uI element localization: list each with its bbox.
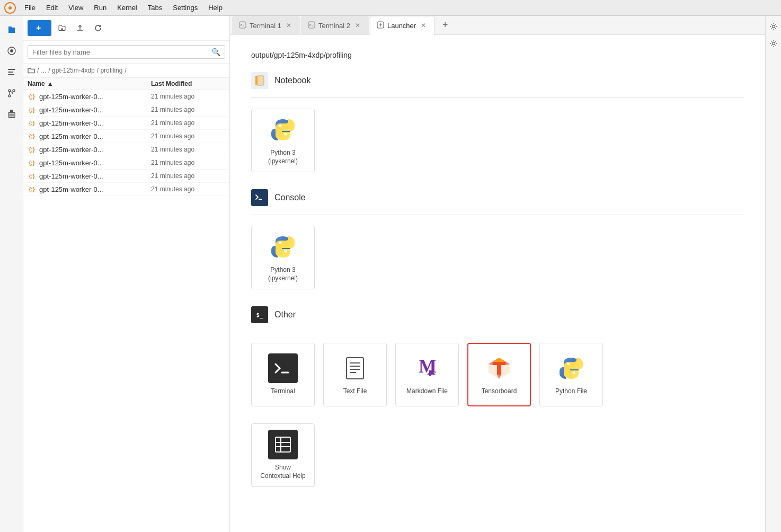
- tab-launcher-label: Launcher: [387, 22, 416, 30]
- tab-terminal1[interactable]: Terminal 1 ✕: [232, 16, 300, 35]
- other-extra-cards: ShowContextual Help: [251, 423, 744, 487]
- breadcrumb-folder2[interactable]: / profiling: [97, 67, 123, 74]
- menu-tabs[interactable]: Tabs: [144, 3, 166, 13]
- markdown-card[interactable]: M Markdown File: [395, 343, 459, 406]
- tab-bar: Terminal 1 ✕ Terminal 2 ✕ Launcher ✕ +: [230, 16, 765, 35]
- console-python3-label: Python 3(ipykernel): [268, 266, 298, 282]
- column-name[interactable]: Name ▲: [28, 80, 151, 87]
- svg-rect-4: [8, 69, 15, 70]
- notebook-section-header: Notebook: [251, 72, 744, 89]
- new-button[interactable]: +: [28, 20, 51, 36]
- file-row[interactable]: {;} gpt-125m-worker-0... 21 minutes ago: [23, 170, 229, 183]
- console-section-header: Console: [251, 189, 744, 206]
- right-settings2-icon[interactable]: [767, 37, 780, 50]
- console-divider: [251, 215, 744, 215]
- files-icon[interactable]: [2, 20, 21, 39]
- svg-point-32: [573, 371, 575, 374]
- upload-button[interactable]: [73, 21, 87, 36]
- notebook-divider: [251, 97, 744, 98]
- sidebar: + 🔍: [23, 16, 230, 532]
- breadcrumb-ellipsis[interactable]: ...: [41, 67, 46, 74]
- menu-file[interactable]: File: [20, 3, 40, 13]
- file-row[interactable]: {;} gpt-125m-worker-0... 21 minutes ago: [23, 183, 229, 196]
- notebook-python3-card[interactable]: Python 3(ipykernel): [251, 109, 315, 172]
- settings-icon[interactable]: [767, 20, 780, 33]
- markdown-label: Markdown File: [406, 387, 448, 396]
- menu-run[interactable]: Run: [90, 3, 111, 13]
- file-icon: {;}: [28, 105, 36, 114]
- extensions-icon[interactable]: [2, 105, 21, 124]
- file-modified: 21 minutes ago: [151, 159, 225, 166]
- menu-view[interactable]: View: [64, 3, 87, 13]
- menu-settings[interactable]: Settings: [168, 3, 202, 13]
- menu-kernel[interactable]: Kernel: [113, 3, 141, 13]
- file-name: gpt-125m-worker-0...: [39, 106, 151, 114]
- file-row[interactable]: {;} gpt-125m-worker-0... 21 minutes ago: [23, 90, 229, 103]
- file-row[interactable]: {;} gpt-125m-worker-0... 21 minutes ago: [23, 143, 229, 156]
- file-name: gpt-125m-worker-0...: [39, 146, 151, 154]
- tab-launcher-close[interactable]: ✕: [419, 21, 428, 30]
- terminal2-icon: [308, 21, 315, 30]
- file-name: gpt-125m-worker-0...: [39, 93, 151, 101]
- icon-rail: [0, 16, 23, 532]
- tab-add-button[interactable]: +: [438, 18, 452, 33]
- other-section-title: Other: [274, 310, 296, 320]
- pythonfile-card[interactable]: Python File: [539, 343, 603, 406]
- folder-icon: [28, 67, 35, 74]
- markdown-icon: M: [412, 353, 442, 383]
- contextual-help-label: ShowContextual Help: [260, 464, 305, 480]
- textfile-icon: [340, 353, 370, 383]
- svg-rect-6: [8, 74, 14, 75]
- tab-terminal2-label: Terminal 2: [318, 22, 350, 30]
- breadcrumb-folder1[interactable]: / gpt-125m-4xdp: [48, 67, 94, 74]
- tensorboard-card[interactable]: Tensorboard: [467, 343, 531, 406]
- svg-point-19: [285, 133, 287, 136]
- menu-bar: File Edit View Run Kernel Tabs Settings …: [0, 0, 781, 16]
- terminal-card[interactable]: Terminal: [251, 343, 315, 406]
- search-container: 🔍: [23, 41, 229, 64]
- svg-point-21: [285, 250, 287, 253]
- tab-terminal2[interactable]: Terminal 2 ✕: [301, 16, 369, 35]
- menu-edit[interactable]: Edit: [42, 3, 62, 13]
- file-row[interactable]: {;} gpt-125m-worker-0... 21 minutes ago: [23, 117, 229, 130]
- file-icon: {;}: [28, 92, 36, 101]
- terminal-icon: [268, 353, 298, 383]
- search-box: 🔍: [28, 45, 225, 59]
- svg-point-37: [772, 25, 775, 28]
- file-row[interactable]: {;} gpt-125m-worker-0... 21 minutes ago: [23, 156, 229, 170]
- svg-rect-5: [8, 72, 13, 73]
- textfile-card[interactable]: Text File: [323, 343, 387, 406]
- plus-icon: +: [36, 23, 41, 33]
- file-list: {;} gpt-125m-worker-0... 21 minutes ago …: [23, 90, 229, 532]
- tab-launcher[interactable]: Launcher ✕: [370, 16, 434, 35]
- search-input[interactable]: [32, 48, 211, 56]
- refresh-button[interactable]: [91, 21, 105, 36]
- tab-terminal2-close[interactable]: ✕: [353, 21, 362, 30]
- tab-terminal1-label: Terminal 1: [250, 22, 281, 30]
- content-area: Terminal 1 ✕ Terminal 2 ✕ Launcher ✕ +: [230, 16, 765, 532]
- svg-rect-29: [429, 370, 431, 376]
- sort-icon: ▲: [47, 80, 54, 87]
- tab-terminal1-close[interactable]: ✕: [285, 21, 293, 30]
- svg-point-20: [279, 242, 282, 244]
- running-icon[interactable]: [2, 41, 21, 60]
- console-python3-card[interactable]: Python 3(ipykernel): [251, 226, 315, 289]
- git-icon[interactable]: [2, 84, 21, 103]
- menu-help[interactable]: Help: [204, 3, 227, 13]
- breadcrumb: / ... / gpt-125m-4xdp / profiling /: [23, 64, 229, 78]
- column-modified[interactable]: Last Modified: [151, 80, 225, 87]
- right-panel: [765, 16, 781, 532]
- file-modified: 21 minutes ago: [151, 119, 225, 127]
- search-icon: 🔍: [211, 48, 220, 56]
- file-icon: {;}: [28, 185, 36, 193]
- file-modified: 21 minutes ago: [151, 146, 225, 153]
- toc-icon[interactable]: [2, 63, 21, 82]
- launcher-tab-icon: [377, 21, 384, 30]
- notebook-section-title: Notebook: [274, 76, 311, 85]
- breadcrumb-root[interactable]: /: [37, 67, 39, 74]
- contextual-help-card[interactable]: ShowContextual Help: [251, 423, 315, 487]
- file-row[interactable]: {;} gpt-125m-worker-0... 21 minutes ago: [23, 103, 229, 117]
- new-folder-button[interactable]: [55, 21, 69, 36]
- file-row[interactable]: {;} gpt-125m-worker-0... 21 minutes ago: [23, 130, 229, 143]
- svg-point-3: [10, 49, 13, 52]
